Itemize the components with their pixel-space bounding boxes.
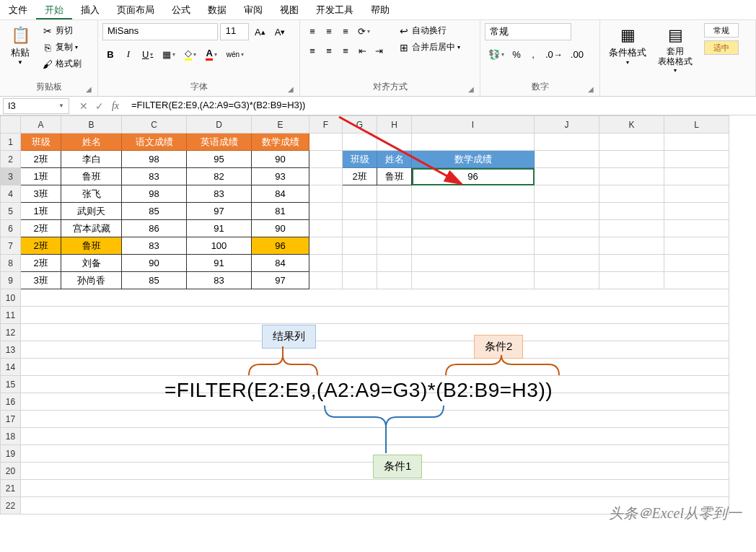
launcher-icon[interactable]: ◢ [288, 85, 294, 93]
cell[interactable]: 姓名 [61, 133, 122, 151]
conditional-format-button[interactable]: ▦条件格式▾ [605, 23, 651, 69]
percent-button[interactable]: % [509, 46, 524, 62]
row-header[interactable]: 10 [1, 289, 21, 307]
row-header[interactable]: 5 [1, 203, 21, 220]
cell[interactable]: 82 [187, 168, 252, 185]
cell-selected[interactable]: 96 [412, 168, 535, 185]
cell[interactable]: 95 [187, 151, 252, 168]
cell[interactable] [535, 272, 599, 289]
cell[interactable] [343, 220, 377, 237]
menu-home[interactable]: 开始 [36, 0, 72, 19]
row-header[interactable]: 15 [1, 376, 21, 393]
cell[interactable]: 86 [122, 220, 187, 237]
cell[interactable]: 2班 [21, 255, 61, 272]
cell[interactable] [412, 220, 535, 237]
name-box[interactable]: I3▼ [3, 98, 69, 114]
cell[interactable]: 武则天 [61, 203, 122, 220]
cell[interactable]: 85 [122, 272, 187, 289]
phonetic-button[interactable]: wén▾ [223, 46, 247, 62]
increase-font-button[interactable]: A▴ [251, 24, 269, 40]
number-format-select[interactable]: 常规 [485, 23, 571, 40]
cell[interactable]: 张飞 [61, 185, 122, 203]
col-header[interactable]: K [599, 116, 664, 133]
col-header[interactable]: B [61, 116, 122, 133]
menu-insert[interactable]: 插入 [72, 0, 108, 19]
col-header[interactable]: E [252, 116, 309, 133]
col-header[interactable]: J [535, 116, 599, 133]
cell[interactable]: 2班 [21, 220, 61, 237]
italic-button[interactable]: I [120, 46, 136, 62]
cell[interactable] [535, 220, 599, 237]
cell[interactable] [664, 272, 729, 289]
cell[interactable]: 姓名 [377, 151, 412, 168]
cell[interactable] [412, 203, 535, 220]
cell[interactable]: 97 [187, 203, 252, 220]
align-center-button[interactable]: ≡ [321, 43, 337, 58]
decrease-decimal-button[interactable]: .00 [567, 46, 587, 62]
comma-button[interactable]: , [525, 46, 541, 62]
col-header[interactable]: C [122, 116, 187, 133]
cell[interactable] [309, 220, 343, 237]
cell[interactable]: 98 [122, 185, 187, 203]
cell[interactable]: 3班 [21, 185, 61, 203]
indent-dec-button[interactable]: ⇤ [354, 43, 370, 58]
fx-button[interactable]: fx [108, 99, 123, 113]
align-middle-button[interactable]: ≡ [321, 23, 337, 39]
menu-review[interactable]: 审阅 [235, 0, 271, 19]
cell[interactable] [599, 168, 664, 185]
cell[interactable]: 孙尚香 [61, 272, 122, 289]
cell[interactable] [664, 220, 729, 237]
cell[interactable] [412, 272, 535, 289]
cell[interactable] [412, 237, 535, 255]
cell[interactable]: 85 [122, 203, 187, 220]
cell[interactable] [377, 237, 412, 255]
cancel-button[interactable]: ✕ [76, 99, 91, 113]
col-header[interactable]: H [377, 116, 412, 133]
col-header[interactable]: L [664, 116, 729, 133]
cell[interactable] [377, 203, 412, 220]
cell[interactable]: 84 [252, 255, 309, 272]
row-header[interactable]: 20 [1, 463, 21, 480]
font-name-select[interactable]: MiSans [102, 23, 218, 40]
currency-button[interactable]: 💱▾ [485, 46, 508, 62]
align-top-button[interactable]: ≡ [304, 23, 320, 39]
cell[interactable]: 1班 [21, 168, 61, 185]
row-header[interactable]: 1 [1, 133, 21, 151]
cell[interactable]: 1班 [21, 203, 61, 220]
cell[interactable] [343, 272, 377, 289]
cell[interactable] [535, 133, 599, 151]
decrease-font-button[interactable]: A▾ [271, 24, 289, 40]
cell[interactable] [535, 237, 599, 255]
paste-button[interactable]: 📋 粘贴 ▼ [4, 23, 36, 69]
cell[interactable] [309, 237, 343, 255]
cell[interactable]: 李白 [61, 151, 122, 168]
cell[interactable] [535, 255, 599, 272]
cell[interactable]: 90 [252, 151, 309, 168]
cell[interactable] [664, 237, 729, 255]
formula-input[interactable]: =FILTER(E2:E9,(A2:A9=G3)*(B2:B9=H3)) [127, 98, 756, 114]
cell-style-good[interactable]: 适中 [704, 40, 739, 55]
col-header[interactable]: I [412, 116, 535, 133]
align-bottom-button[interactable]: ≡ [338, 23, 353, 39]
launcher-icon[interactable]: ◢ [468, 85, 474, 93]
launcher-icon[interactable]: ◢ [86, 85, 92, 93]
cell[interactable]: 100 [187, 237, 252, 255]
col-header[interactable]: F [309, 116, 343, 133]
cell[interactable] [309, 203, 343, 220]
cell[interactable]: 鲁班 [61, 168, 122, 185]
cell[interactable]: 91 [187, 255, 252, 272]
cell[interactable] [412, 133, 535, 151]
cell[interactable] [377, 220, 412, 237]
cell[interactable] [599, 133, 664, 151]
select-all-corner[interactable] [1, 116, 21, 133]
cell[interactable]: 英语成绩 [187, 133, 252, 151]
menu-formula[interactable]: 公式 [163, 0, 199, 19]
wrap-text-button[interactable]: ↩自动换行 [395, 23, 463, 38]
cell[interactable] [599, 237, 664, 255]
cell[interactable] [664, 133, 729, 151]
cell[interactable] [535, 203, 599, 220]
row-header[interactable]: 3 [1, 168, 21, 185]
cell[interactable] [309, 185, 343, 203]
cell[interactable]: 数学成绩 [412, 151, 535, 168]
align-right-button[interactable]: ≡ [338, 43, 353, 58]
